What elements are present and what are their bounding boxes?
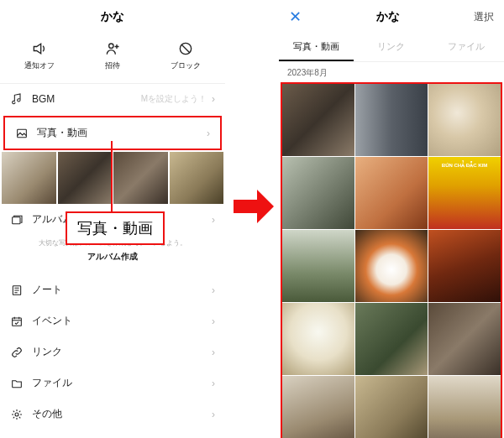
thumbnail[interactable] [2, 152, 56, 204]
date-header: 2023年8月 [279, 62, 504, 82]
svg-point-0 [109, 44, 113, 48]
photo-cell[interactable] [282, 376, 354, 438]
note-icon [10, 284, 24, 297]
event-row[interactable]: イベント › [0, 305, 225, 336]
chevron-right-icon: › [207, 128, 210, 139]
chevron-right-icon: › [212, 315, 215, 327]
gear-icon [10, 408, 24, 421]
gallery-title: かな [376, 9, 400, 24]
other-row[interactable]: その他 › [0, 399, 225, 430]
thumbnail[interactable] [113, 152, 168, 204]
mute-button[interactable]: 通知オフ [24, 40, 55, 71]
other-label: その他 [32, 407, 62, 421]
folder-icon [10, 377, 24, 390]
photo-cell[interactable] [355, 157, 428, 229]
photo-cell[interactable] [428, 376, 501, 438]
chevron-right-icon: › [212, 284, 215, 296]
bgm-label: BGM [32, 93, 55, 105]
bgm-row[interactable]: BGM Mを設定しよう！ › [0, 84, 225, 114]
annotation-line [111, 141, 113, 213]
bgm-hint: Mを設定しよう！ [141, 93, 207, 105]
thumbnail[interactable] [58, 152, 113, 204]
chevron-right-icon: › [212, 378, 215, 389]
annotation-callout: 写真・動画 [66, 211, 165, 245]
chevron-right-icon: › [212, 93, 215, 105]
photos-gallery-screen: ✕ かな 選択 写真・動画 リンク ファイル 2023年8月 [279, 0, 504, 438]
svg-rect-5 [13, 318, 22, 326]
link-row[interactable]: リンク › [0, 336, 225, 368]
photos-label: 写真・動画 [37, 126, 87, 140]
block-label: ブロック [171, 60, 201, 71]
arrow-icon [232, 188, 276, 225]
file-row[interactable]: ファイル › [0, 368, 225, 399]
photo-grid-highlight [281, 82, 502, 438]
photo-cell[interactable] [282, 84, 354, 156]
gallery-tabs: 写真・動画 リンク ファイル [279, 34, 504, 62]
photo-cell[interactable] [282, 230, 354, 302]
event-label: イベント [32, 314, 72, 328]
image-icon [15, 127, 29, 140]
svg-point-6 [15, 413, 18, 416]
album-icon [10, 213, 24, 227]
chat-settings-screen: かな 通知オフ 招待 ブロック BGM Mを設定しよう！ › [0, 0, 225, 438]
tab-photos[interactable]: 写真・動画 [279, 34, 354, 61]
note-label: ノート [32, 283, 62, 297]
file-label: ファイル [32, 376, 72, 390]
photo-cell[interactable] [428, 157, 501, 229]
svg-rect-2 [18, 129, 27, 137]
invite-button[interactable]: 招待 [104, 40, 121, 71]
select-button[interactable]: 選択 [474, 10, 494, 24]
chevron-right-icon: › [212, 214, 215, 226]
svg-rect-3 [13, 216, 20, 223]
gallery-header: ✕ かな 選択 [279, 0, 504, 34]
photo-cell[interactable] [355, 303, 428, 375]
tab-file[interactable]: ファイル [429, 34, 504, 61]
block-button[interactable]: ブロック [171, 40, 201, 71]
tab-link[interactable]: リンク [354, 34, 428, 61]
calendar-icon [10, 315, 24, 328]
music-icon [10, 92, 24, 106]
photo-thumbnails[interactable] [0, 152, 225, 204]
link-icon [10, 346, 24, 359]
photo-cell[interactable] [355, 84, 428, 156]
photo-cell[interactable] [282, 303, 354, 375]
chevron-right-icon: › [212, 409, 215, 420]
chat-title: かな [101, 9, 124, 24]
note-row[interactable]: ノート › [0, 274, 225, 305]
photo-cell[interactable] [282, 157, 354, 229]
block-icon [177, 40, 194, 57]
chevron-right-icon: › [212, 347, 215, 358]
person-plus-icon [104, 40, 121, 57]
create-album-button[interactable]: アルバム作成 [0, 251, 225, 263]
link-label: リンク [32, 345, 62, 359]
invite-label: 招待 [105, 60, 120, 71]
photo-cell[interactable] [428, 84, 501, 156]
speaker-icon [31, 40, 48, 57]
photo-cell[interactable] [428, 303, 501, 375]
close-icon[interactable]: ✕ [289, 8, 302, 26]
header: かな [0, 0, 225, 34]
photo-grid [282, 84, 501, 438]
photo-cell[interactable] [355, 376, 428, 438]
thumbnail[interactable] [170, 152, 224, 204]
photos-videos-row[interactable]: 写真・動画 › [3, 116, 222, 150]
photo-cell[interactable] [355, 230, 428, 302]
photo-cell[interactable] [428, 230, 501, 302]
action-row: 通知オフ 招待 ブロック [0, 34, 225, 84]
mute-label: 通知オフ [24, 60, 55, 71]
